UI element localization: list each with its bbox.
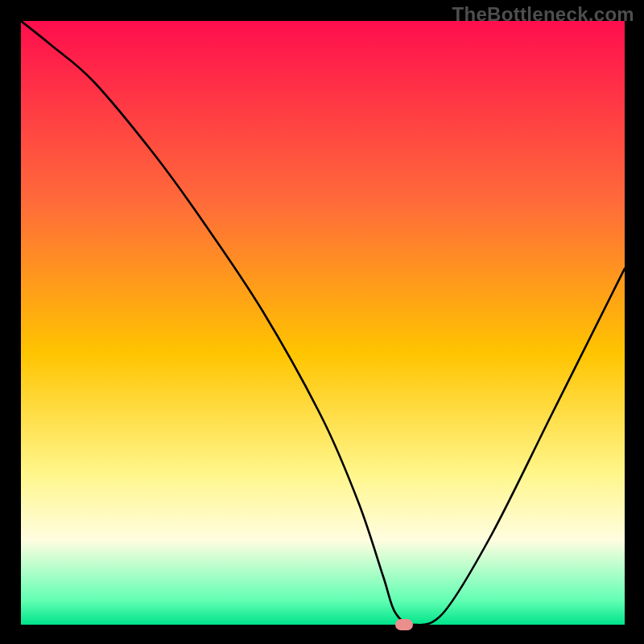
chart-background bbox=[21, 21, 625, 625]
watermark-text: TheBottleneck.com bbox=[452, 3, 634, 26]
chart-frame: TheBottleneck.com bbox=[0, 0, 644, 644]
bottleneck-chart bbox=[21, 21, 625, 625]
minimum-marker bbox=[395, 619, 413, 630]
plot-area bbox=[21, 21, 625, 625]
